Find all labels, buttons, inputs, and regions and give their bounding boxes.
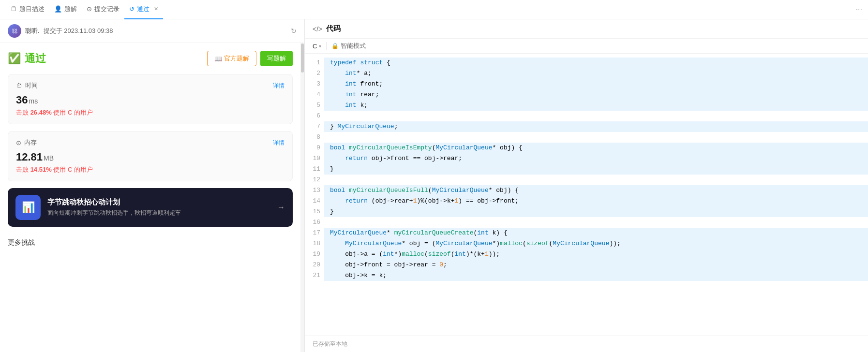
- language-selector[interactable]: C ▾: [313, 43, 321, 50]
- write-solution-button[interactable]: 写题解: [260, 51, 293, 66]
- code-line: int rear;: [324, 89, 868, 100]
- code-brackets-icon: </>: [313, 25, 322, 33]
- tab-pass[interactable]: ↺ 通过 ✕: [124, 0, 163, 19]
- code-line: bool myCircularQueueIsFull(MyCircularQue…: [324, 185, 868, 196]
- code-panel-title: 代码: [326, 24, 341, 33]
- more-challenges-title: 更多挑战: [8, 238, 293, 247]
- main-content: 聪 聪听. 提交于 2023.11.03 09:38 ↻ ✅ 通过: [0, 19, 868, 352]
- code-line: int k;: [324, 100, 868, 111]
- line-number: 10: [305, 153, 320, 164]
- checkmark-icon: ✅: [8, 52, 21, 65]
- book-icon: 📖: [214, 55, 222, 62]
- refresh-icon[interactable]: ↻: [291, 27, 297, 35]
- code-line: typedef struct {: [324, 58, 868, 68]
- line-number: 1: [305, 58, 320, 68]
- time-stats-value: 36ms: [16, 94, 284, 106]
- code-line: obj->front = obj->rear = 0;: [324, 260, 868, 270]
- line-number: 5: [305, 100, 320, 111]
- description-icon: 🗒: [11, 5, 17, 13]
- status-section: ✅ 通过 📖 官方题解 写题解: [8, 51, 293, 66]
- line-number: 2: [305, 68, 320, 79]
- line-number: 11: [305, 164, 320, 175]
- submission-header: 聪 聪听. 提交于 2023.11.03 09:38 ↻: [0, 19, 304, 43]
- time-stats-title: ⏱ 时间: [16, 81, 38, 90]
- code-table: 123456789101112131415161718192021 typede…: [305, 54, 868, 336]
- code-area: 123456789101112131415161718192021 typede…: [305, 54, 868, 336]
- code-line: MyCircularQueue* obj = (MyCircularQueue*…: [324, 238, 868, 249]
- tab-solution[interactable]: 👤 题解: [49, 0, 82, 19]
- line-number: 7: [305, 121, 320, 132]
- line-number: 17: [305, 228, 320, 238]
- more-challenges-section: 更多挑战: [8, 235, 293, 247]
- line-number: 3: [305, 79, 320, 89]
- username: 聪听.: [25, 27, 40, 35]
- promo-text: 字节跳动秋招心动计划 面向短期冲刺字节跳动秋招选手，秋招弯道顺利超车: [47, 198, 181, 217]
- tab-close-icon[interactable]: ✕: [154, 6, 158, 12]
- code-line: int front;: [324, 79, 868, 89]
- left-panel: 聪 聪听. 提交于 2023.11.03 09:38 ↻ ✅ 通过: [0, 19, 305, 352]
- code-line: [324, 111, 868, 121]
- line-numbers: 123456789101112131415161718192021: [305, 54, 324, 336]
- line-number: 15: [305, 206, 320, 217]
- promo-card[interactable]: 📊 字节跳动秋招心动计划 面向短期冲刺字节跳动秋招选手，秋招弯道顺利超车 →: [8, 188, 293, 227]
- time-stats-beat: 击败 26.48% 使用 C 的用户: [16, 108, 284, 117]
- line-number: 18: [305, 238, 320, 249]
- line-number: 19: [305, 249, 320, 260]
- line-number: 21: [305, 270, 320, 281]
- lock-icon: 🔒: [331, 43, 339, 49]
- code-line: MyCircularQueue* myCircularQueueCreate(i…: [324, 228, 868, 238]
- submissions-icon: ⊙: [87, 5, 92, 13]
- code-line: obj->a = (int*)malloc(sizeof(int)*(k+1))…: [324, 249, 868, 260]
- memory-stats-value: 12.81MB: [16, 151, 284, 163]
- memory-icon: ⊙: [16, 139, 21, 147]
- memory-stats-title: ⊙ 内存: [16, 138, 37, 147]
- code-line: return (obj->rear+1)%(obj->k+1) == obj->…: [324, 196, 868, 206]
- code-lines[interactable]: typedef struct { int* a; int front; int …: [324, 54, 868, 336]
- promo-logo: 📊: [15, 195, 41, 220]
- tab-description[interactable]: 🗒 题目描述: [6, 0, 49, 19]
- right-panel: </> 代码 C ▾ 🔒 智能模式 1234567891011121314151…: [305, 19, 868, 352]
- time-stats-detail[interactable]: 详情: [273, 82, 284, 90]
- line-number: 14: [305, 196, 320, 206]
- code-line: } MyCircularQueue;: [324, 121, 868, 132]
- smart-mode-toggle[interactable]: 🔒 智能模式: [331, 42, 366, 50]
- action-buttons: 📖 官方题解 写题解: [207, 51, 293, 66]
- left-scroll-thumb[interactable]: [301, 44, 304, 73]
- left-scrollbar[interactable]: [300, 43, 304, 352]
- clock-icon: ⏱: [16, 82, 22, 89]
- promo-arrow-icon: →: [277, 203, 285, 212]
- submit-prefix: 提交于 2023.11.03 09:38: [44, 27, 113, 35]
- language-label: C: [313, 43, 317, 50]
- code-line: [324, 132, 868, 143]
- line-number: 20: [305, 260, 320, 270]
- code-line: [324, 175, 868, 185]
- line-number: 12: [305, 175, 320, 185]
- code-toolbar: C ▾ 🔒 智能模式: [305, 39, 868, 54]
- memory-stats-beat: 击败 14.51% 使用 C 的用户: [16, 165, 284, 174]
- status-pass: ✅ 通过: [8, 51, 46, 66]
- code-line: obj->k = k;: [324, 270, 868, 281]
- lang-dropdown-icon: ▾: [319, 44, 321, 49]
- code-line: int* a;: [324, 68, 868, 79]
- left-content: ✅ 通过 📖 官方题解 写题解 ⏱: [0, 43, 300, 352]
- code-line: bool myCircularQueueIsEmpty(MyCircularQu…: [324, 143, 868, 153]
- tab-more-button[interactable]: ···: [856, 5, 862, 14]
- tab-bar: 🗒 题目描述 👤 题解 ⊙ 提交记录 ↺ 通过 ✕ ···: [0, 0, 868, 19]
- line-number: 16: [305, 217, 320, 228]
- avatar: 聪: [8, 24, 21, 38]
- pass-icon: ↺: [129, 5, 135, 13]
- user-info: 聪 聪听. 提交于 2023.11.03 09:38: [8, 24, 113, 38]
- memory-stats-detail[interactable]: 详情: [273, 139, 284, 147]
- code-panel-header: </> 代码: [305, 19, 868, 39]
- code-line: }: [324, 206, 868, 217]
- code-line: [324, 217, 868, 228]
- toolbar-divider: [326, 42, 327, 50]
- line-number: 4: [305, 89, 320, 100]
- line-number: 9: [305, 143, 320, 153]
- official-solution-button[interactable]: 📖 官方题解: [207, 51, 256, 66]
- code-line: return obj->front == obj->rear;: [324, 153, 868, 164]
- memory-stats-card: ⊙ 内存 详情 12.81MB 击败 14.51% 使用 C 的用户: [8, 131, 293, 181]
- solution-icon: 👤: [54, 5, 62, 13]
- tab-submissions[interactable]: ⊙ 提交记录: [82, 0, 124, 19]
- line-number: 13: [305, 185, 320, 196]
